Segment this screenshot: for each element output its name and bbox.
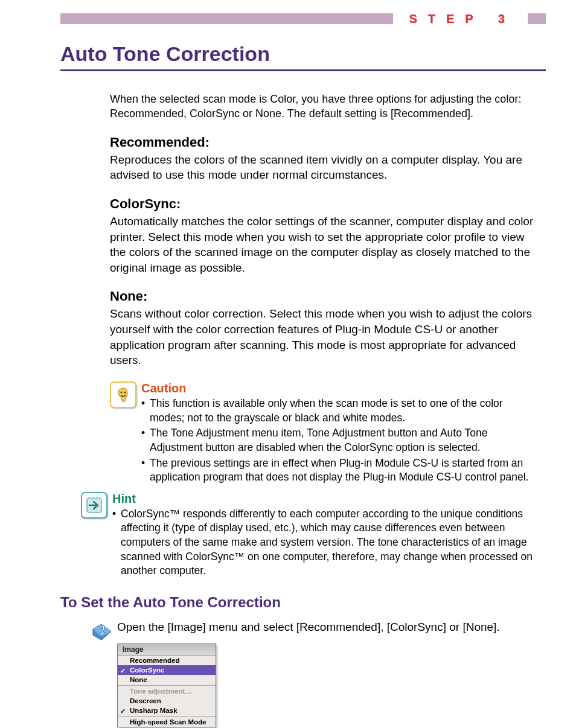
menu-item-tone-adjustment: Tone adjustment… <box>118 686 216 696</box>
menu-title[interactable]: Image <box>118 644 216 656</box>
check-icon: ✓ <box>120 707 126 715</box>
menu-divider <box>118 685 216 686</box>
menu-item-none[interactable]: None <box>118 675 216 685</box>
step-label: STEP 3 <box>409 12 516 26</box>
page-title: Auto Tone Correction <box>60 42 546 71</box>
step-bar-right <box>528 13 546 24</box>
image-menu[interactable]: Image Recommended ✓ColorSync None Tone a… <box>117 643 216 727</box>
menu-item-highspeed[interactable]: High-speed Scan Mode <box>118 717 216 727</box>
menu-item-recommended[interactable]: Recommended <box>118 656 216 665</box>
hint-title: Hint <box>112 492 534 506</box>
step-bar-label-area: STEP 3 <box>397 13 528 24</box>
menu-divider <box>118 716 216 717</box>
caution-bullet-text: The previous settings are in effect when… <box>150 456 534 485</box>
step-1: 1 Open the [Image] menu and select [Reco… <box>91 619 546 728</box>
caution-bullet-text: This function is available only when the… <box>150 397 534 425</box>
hint-bullet-text: ColorSync™ responds differently to each … <box>121 507 534 578</box>
option-none-heading: None: <box>110 289 534 304</box>
menu-item-label: High-speed Scan Mode <box>130 718 206 726</box>
menu-item-colorsync[interactable]: ✓ColorSync <box>118 665 216 675</box>
svg-point-1 <box>124 392 126 394</box>
hint-icon <box>81 492 107 519</box>
step-bar-left <box>60 13 393 24</box>
menu-item-descreen[interactable]: Descreen <box>118 696 216 706</box>
caution-bullet: •The previous settings are in effect whe… <box>141 456 534 485</box>
hint-bullet: •ColorSync™ responds differently to each… <box>112 507 534 578</box>
menu-item-label: None <box>130 676 147 683</box>
caution-bullet: •The Tone Adjustment menu item, Tone Adj… <box>141 426 534 455</box>
check-icon: ✓ <box>120 667 126 675</box>
option-colorsync-body: Automatically matches the color settings… <box>110 214 534 276</box>
menu-item-label: Unsharp Mask <box>130 707 178 714</box>
caution-bullet: •This function is available only when th… <box>141 397 534 425</box>
option-recommended-heading: Recommended: <box>110 135 534 150</box>
subheading: To Set the Auto Tone Correction <box>60 594 546 611</box>
intro-text: When the selected scan mode is Color, yo… <box>110 92 534 121</box>
caution-bullet-text: The Tone Adjustment menu item, Tone Adju… <box>150 426 534 455</box>
caution-icon <box>110 382 136 408</box>
caution-block: Caution •This function is available only… <box>110 382 534 486</box>
option-none-body: Scans without color correction. Select t… <box>110 306 534 368</box>
step-1-text: Open the [Image] menu and select [Recomm… <box>117 619 528 635</box>
menu-item-unsharp-mask[interactable]: ✓Unsharp Mask <box>118 706 216 715</box>
caution-title: Caution <box>141 382 534 395</box>
svg-text:1: 1 <box>100 624 106 636</box>
step-bar: STEP 3 <box>60 12 546 25</box>
menu-item-label: Tone adjustment… <box>130 688 192 695</box>
menu-item-label: Recommended <box>130 657 179 664</box>
hint-block: Hint •ColorSync™ responds differently to… <box>81 492 534 580</box>
menu-item-label: ColorSync <box>130 666 165 674</box>
menu-item-label: Descreen <box>130 697 161 704</box>
svg-point-0 <box>121 392 123 394</box>
option-recommended-body: Reproduces the colors of the scanned ite… <box>110 152 534 183</box>
step-number-icon: 1 <box>91 619 111 640</box>
option-colorsync-heading: ColorSync: <box>110 196 534 212</box>
